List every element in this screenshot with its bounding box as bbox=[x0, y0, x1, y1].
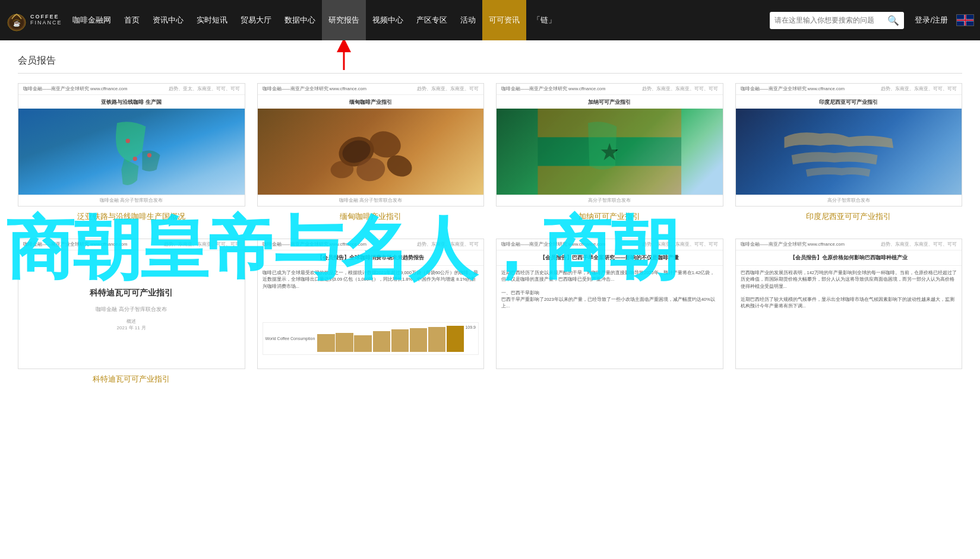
card-costarica-image: 咖啡金融——南亚产业全球研究 www.cffnance.com 趋势、东南亚、东… bbox=[18, 239, 245, 369]
card-railway-image: 咖啡金融——南亚产业全球研究 www.cffnance.com 趋势、亚太、东南… bbox=[18, 83, 245, 207]
search-input[interactable] bbox=[774, 16, 887, 24]
card-costarica-title[interactable]: 科特迪瓦可可产业指引 bbox=[18, 374, 245, 385]
search-box[interactable]: 🔍 bbox=[770, 12, 904, 29]
card-price-image: 咖啡金融——南亚产业全球研究 www.cffnance.com 趋势、东南亚、东… bbox=[735, 239, 963, 369]
nav-item-data-center[interactable]: 数据中心 bbox=[278, 0, 322, 40]
svg-text:☕: ☕ bbox=[13, 20, 21, 27]
language-flag[interactable] bbox=[956, 14, 974, 26]
nav-item-research[interactable]: 研究报告 bbox=[322, 0, 366, 40]
logo-text: COFFEE FINANCE bbox=[30, 14, 62, 26]
main-content: 会员报告 咖啡金融——南亚产业全球研究 www.cffnance.com 趋势、… bbox=[0, 40, 980, 408]
railway-map bbox=[18, 109, 245, 195]
costarica-title: 科特迪瓦可可产业指引 bbox=[90, 288, 173, 298]
consumption-chart: World Coffee Consumption 109.9 bbox=[263, 322, 479, 355]
card-price[interactable]: 咖啡金融——南亚产业全球研究 www.cffnance.com 趋势、东南亚、东… bbox=[735, 239, 963, 385]
svg-point-7 bbox=[147, 153, 151, 157]
nav-item-live-news[interactable]: 实时短讯 bbox=[190, 0, 234, 40]
cards-row-2: 咖啡金融——南亚产业全球研究 www.cffnance.com 趋势、东南亚、东… bbox=[18, 239, 962, 385]
navbar: ☕ COFFEE FINANCE 咖啡金融网 首页 资讯中心 实时短讯 贸易大厅… bbox=[0, 0, 980, 40]
nav-item-video[interactable]: 视频中心 bbox=[366, 0, 410, 40]
card-indonesia[interactable]: 咖啡金融——南亚产业全球研究 www.cffnance.com 趋势、东南亚、东… bbox=[735, 83, 963, 222]
nav-item-coffee-net[interactable]: 咖啡金融网 bbox=[66, 0, 118, 40]
nav-item-news-center[interactable]: 资讯中心 bbox=[146, 0, 190, 40]
nav-item-regions[interactable]: 产区专区 bbox=[410, 0, 454, 40]
card-myanmar-image: 咖啡金融——南亚产业全球研究 www.cffnance.com 趋势、东南亚、东… bbox=[257, 83, 485, 207]
nav-item-events[interactable]: 活动 bbox=[454, 0, 482, 40]
card-brazil[interactable]: 咖啡金融——南亚产业全球研究 www.cffnance.com 趋势、东南亚、东… bbox=[496, 239, 723, 385]
indonesia-map bbox=[736, 109, 962, 195]
cards-row-1: 咖啡金融——南亚产业全球研究 www.cffnance.com 趋势、亚太、东南… bbox=[18, 83, 962, 222]
card-consumption-image: 咖啡金融——南亚产业全球研究 www.cffnance.com 趋势、东南亚、东… bbox=[257, 239, 485, 369]
card-railway[interactable]: 咖啡金融——南亚产业全球研究 www.cffnance.com 趋势、亚太、东南… bbox=[18, 83, 245, 222]
logo[interactable]: ☕ COFFEE FINANCE bbox=[6, 8, 66, 32]
card-myanmar[interactable]: 咖啡金融——南亚产业全球研究 www.cffnance.com 趋势、东南亚、东… bbox=[257, 83, 485, 222]
nav-item-research-wrapper: 研究报告 bbox=[322, 0, 366, 40]
search-icon[interactable]: 🔍 bbox=[887, 15, 899, 26]
nav-item-coco-news[interactable]: 可可资讯 bbox=[482, 0, 526, 40]
nav-item-home[interactable]: 首页 bbox=[118, 0, 146, 40]
card-consumption[interactable]: 咖啡金融——南亚产业全球研究 www.cffnance.com 趋势、东南亚、东… bbox=[257, 239, 485, 385]
svg-point-5 bbox=[126, 139, 130, 143]
card-ghana-image: 咖啡金融——南亚产业全球研究 www.cffnance.com 趋势、东南亚、东… bbox=[496, 83, 723, 207]
nav-item-chain[interactable]: 「链」 bbox=[526, 0, 562, 40]
nav-item-trading[interactable]: 贸易大厅 bbox=[234, 0, 278, 40]
login-button[interactable]: 登录/注册 bbox=[909, 15, 954, 26]
nav-items: 咖啡金融网 首页 资讯中心 实时短讯 贸易大厅 数据中心 研究报告 视频中心 产… bbox=[66, 0, 766, 40]
card-ghana[interactable]: 咖啡金融——南亚产业全球研究 www.cffnance.com 趋势、东南亚、东… bbox=[496, 83, 723, 222]
card-myanmar-title[interactable]: 缅甸咖啡产业指引 bbox=[257, 211, 485, 222]
card-ghana-title[interactable]: 加纳可可产业指引 bbox=[496, 211, 723, 222]
page-title: 会员报告 bbox=[18, 55, 962, 74]
card-indonesia-title[interactable]: 印度尼西亚可可产业指引 bbox=[735, 211, 963, 222]
ghana-map bbox=[497, 109, 723, 195]
card-railway-title[interactable]: 泛亚铁路与沿线咖啡生产国概况 bbox=[18, 211, 245, 222]
card-brazil-image: 咖啡金融——南亚产业全球研究 www.cffnance.com 趋势、东南亚、东… bbox=[496, 239, 723, 369]
svg-rect-16 bbox=[538, 166, 681, 195]
card-costarica[interactable]: 咖啡金融——南亚产业全球研究 www.cffnance.com 趋势、东南亚、东… bbox=[18, 239, 245, 385]
svg-point-6 bbox=[133, 157, 137, 161]
card-indonesia-image: 咖啡金融——南亚产业全球研究 www.cffnance.com 趋势、东南亚、东… bbox=[735, 83, 963, 207]
myanmar-image bbox=[258, 109, 484, 195]
logo-icon: ☕ bbox=[6, 8, 27, 32]
